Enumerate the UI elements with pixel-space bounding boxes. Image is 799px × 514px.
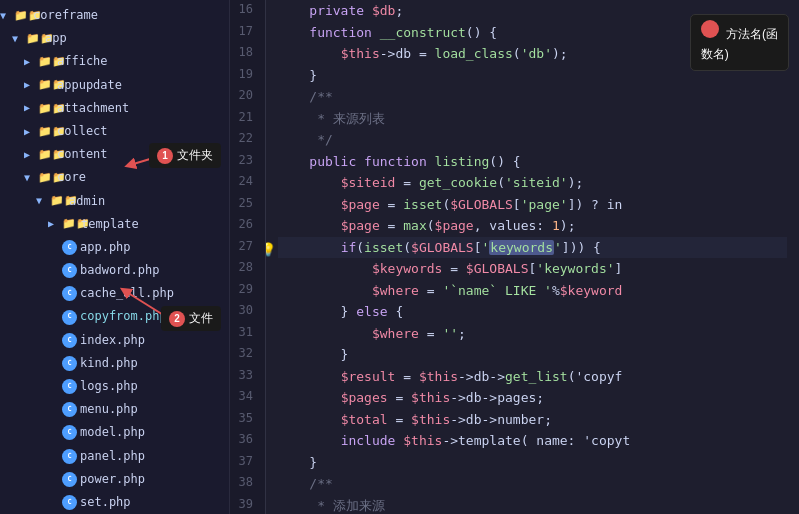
item-label: badword.php bbox=[80, 261, 159, 280]
item-label: affiche bbox=[57, 52, 108, 71]
tree-item-collect[interactable]: 📁collect bbox=[0, 120, 229, 143]
php-file-icon: C bbox=[62, 379, 77, 394]
folder-closed-arrow[interactable] bbox=[24, 100, 38, 116]
line-number: 20 bbox=[230, 86, 259, 108]
line-number: 35 bbox=[230, 409, 259, 431]
folder-icon: 📁 bbox=[38, 146, 54, 164]
php-file-icon: C bbox=[62, 402, 77, 417]
folder-open-arrow[interactable] bbox=[24, 170, 38, 186]
folder-open-arrow[interactable] bbox=[36, 193, 50, 209]
code-line: public function listing() { bbox=[278, 151, 787, 173]
tree-item-badword.php[interactable]: Cbadword.php bbox=[0, 259, 229, 282]
item-label: app bbox=[45, 29, 67, 48]
folder-icon: 📁 bbox=[26, 30, 42, 48]
lightbulb-icon[interactable]: 💡 bbox=[266, 239, 276, 260]
item-label: set.php bbox=[80, 493, 131, 512]
code-line: $where = '`name` LIKE '%$keyword bbox=[278, 280, 787, 302]
line-number: 36 bbox=[230, 430, 259, 452]
line-number: 21 bbox=[230, 108, 259, 130]
tree-item-admin[interactable]: 📁admin bbox=[0, 190, 229, 213]
line-number: 33 bbox=[230, 366, 259, 388]
php-file-icon: C bbox=[62, 472, 77, 487]
code-line: /** bbox=[278, 473, 787, 495]
ann2-circle: 2 bbox=[169, 311, 185, 327]
php-file-icon: C bbox=[62, 495, 77, 510]
code-line: $siteid = get_cookie('siteid'); bbox=[278, 172, 787, 194]
tree-item-model.php[interactable]: Cmodel.php bbox=[0, 421, 229, 444]
item-label: power.php bbox=[80, 470, 145, 489]
line-number: 22 bbox=[230, 129, 259, 151]
folder-open-arrow[interactable] bbox=[0, 8, 14, 24]
file-tree: 📁coreframe📁app📁affiche📁appupdate📁attachm… bbox=[0, 0, 230, 514]
line-number: 34 bbox=[230, 387, 259, 409]
php-file-icon: C bbox=[62, 449, 77, 464]
tree-item-kind.php[interactable]: Ckind.php bbox=[0, 352, 229, 375]
tree-item-menu.php[interactable]: Cmenu.php bbox=[0, 398, 229, 421]
folder-closed-arrow[interactable] bbox=[48, 216, 62, 232]
folder-icon: 📁 bbox=[38, 100, 54, 118]
line-number: 39 bbox=[230, 495, 259, 515]
code-line: $pages = $this->db->pages; bbox=[278, 387, 787, 409]
code-line: 💡 if(isset($GLOBALS['keywords'])) { bbox=[278, 237, 787, 259]
tree-item-app.php[interactable]: Capp.php bbox=[0, 236, 229, 259]
line-number: 38 bbox=[230, 473, 259, 495]
folder-closed-arrow[interactable] bbox=[24, 54, 38, 70]
code-line: */ bbox=[278, 129, 787, 151]
folder-closed-arrow[interactable] bbox=[24, 147, 38, 163]
tree-item-index.php[interactable]: Cindex.php bbox=[0, 329, 229, 352]
line-number: 17 bbox=[230, 22, 259, 44]
php-file-icon: C bbox=[62, 356, 77, 371]
tree-item-set.php[interactable]: Cset.php bbox=[0, 491, 229, 514]
folder-icon: 📁 bbox=[38, 53, 54, 71]
line-number: 25 bbox=[230, 194, 259, 216]
line-number: 19 bbox=[230, 65, 259, 87]
item-label: copyfrom.php bbox=[80, 307, 167, 326]
folder-closed-arrow[interactable] bbox=[24, 77, 38, 93]
tree-item-template[interactable]: 📁template bbox=[0, 213, 229, 236]
code-line: * 来源列表 bbox=[278, 108, 787, 130]
ann1-label: 文件夹 bbox=[177, 147, 213, 164]
tree-item-power.php[interactable]: Cpower.php bbox=[0, 468, 229, 491]
item-label: coreframe bbox=[33, 6, 98, 25]
folder-icon: 📁 bbox=[14, 7, 30, 25]
line-number: 23 bbox=[230, 151, 259, 173]
folder-open-arrow[interactable] bbox=[12, 31, 26, 47]
php-file-icon: C bbox=[62, 286, 77, 301]
tree-item-coreframe[interactable]: 📁coreframe bbox=[0, 4, 229, 27]
tree-item-panel.php[interactable]: Cpanel.php bbox=[0, 445, 229, 468]
line-number: 32 bbox=[230, 344, 259, 366]
item-label: index.php bbox=[80, 331, 145, 350]
tree-item-cache_all.php[interactable]: Ccache_all.php bbox=[0, 282, 229, 305]
php-file-icon: C bbox=[62, 310, 77, 325]
tree-item-app[interactable]: 📁app bbox=[0, 27, 229, 50]
item-label: app.php bbox=[80, 238, 131, 257]
item-label: content bbox=[57, 145, 108, 164]
folder-icon: 📁 bbox=[50, 192, 66, 210]
line-number: 18 bbox=[230, 43, 259, 65]
tree-item-appupdate[interactable]: 📁appupdate bbox=[0, 74, 229, 97]
tree-item-affiche[interactable]: 📁affiche bbox=[0, 50, 229, 73]
folder-icon: 📁 bbox=[38, 169, 54, 187]
line-number: 26 bbox=[230, 215, 259, 237]
item-label: template bbox=[81, 215, 139, 234]
annotation-3: 方法名(函数名) bbox=[690, 14, 789, 71]
php-file-icon: C bbox=[62, 263, 77, 278]
item-label: attachment bbox=[57, 99, 129, 118]
code-line: $where = ''; bbox=[278, 323, 787, 345]
folder-icon: 📁 bbox=[38, 76, 54, 94]
item-label: model.php bbox=[80, 423, 145, 442]
tree-item-logs.php[interactable]: Clogs.php bbox=[0, 375, 229, 398]
folder-closed-arrow[interactable] bbox=[24, 124, 38, 140]
php-file-icon: C bbox=[62, 240, 77, 255]
tree-item-core[interactable]: 📁core bbox=[0, 166, 229, 189]
item-label: menu.php bbox=[80, 400, 138, 419]
item-label: appupdate bbox=[57, 76, 122, 95]
line-number: 31 bbox=[230, 323, 259, 345]
code-line: * 添加来源 bbox=[278, 495, 787, 515]
code-line: /** bbox=[278, 86, 787, 108]
code-editor: 1617181920212223242526272829303132333435… bbox=[230, 0, 799, 514]
code-line: $keywords = $GLOBALS['keywords'] bbox=[278, 258, 787, 280]
tree-item-attachment[interactable]: 📁attachment bbox=[0, 97, 229, 120]
item-label: logs.php bbox=[80, 377, 138, 396]
code-line: } bbox=[278, 452, 787, 474]
